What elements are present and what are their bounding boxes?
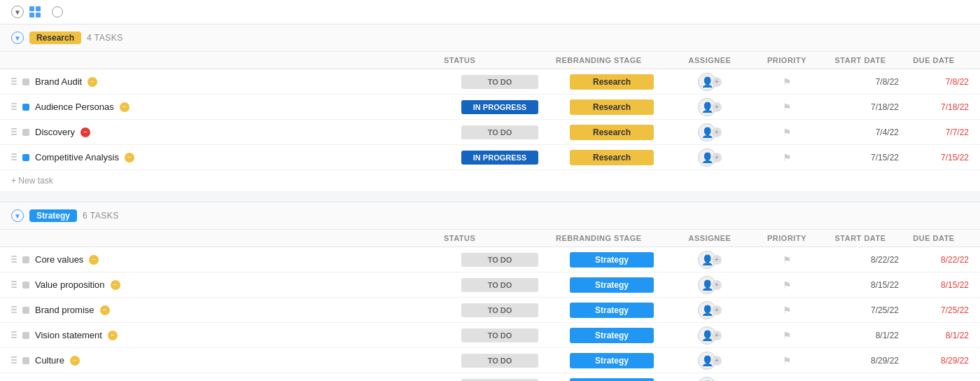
start-date-cell-strategy-1: 8/15/22 <box>822 280 899 290</box>
drag-handle-strategy-2[interactable] <box>11 306 17 314</box>
stage-badge-research-3[interactable]: Research <box>570 150 654 165</box>
task-status-icon-strategy-3[interactable]: − <box>108 331 118 340</box>
status-cell-research-3: IN PROGRESS <box>444 151 556 165</box>
priority-flag-icon[interactable]: ⚑ <box>783 102 792 113</box>
stage-cell-strategy-2: Strategy <box>556 303 668 318</box>
task-status-icon-strategy-0[interactable]: − <box>89 255 99 265</box>
add-assignee-button[interactable]: + <box>712 280 722 290</box>
drag-handle-strategy-3[interactable] <box>11 331 17 340</box>
assignee-cell-strategy-1: 👤+ <box>668 276 752 294</box>
start-date-cell-research-1: 7/18/22 <box>822 102 899 112</box>
task-name-research-3[interactable]: Competitive Analysis <box>35 152 119 162</box>
add-assignee-button[interactable]: + <box>712 127 722 137</box>
drag-handle-research-3[interactable] <box>11 153 17 162</box>
stage-badge-strategy-5[interactable]: Strategy <box>570 378 654 382</box>
drag-handle-strategy-4[interactable] <box>11 356 17 365</box>
section-count-research: 4 TASKS <box>87 33 123 43</box>
add-assignee-button[interactable]: + <box>712 255 722 265</box>
status-badge-research-0[interactable]: TO DO <box>461 75 538 89</box>
add-assignee-button[interactable]: + <box>712 153 722 162</box>
priority-cell-strategy-3: ⚑ <box>752 330 822 341</box>
new-task-row-research[interactable]: + New task <box>0 170 980 191</box>
task-color-strategy-0 <box>22 256 29 263</box>
task-status-icon-research-1[interactable]: − <box>120 102 130 112</box>
task-name-strategy-1[interactable]: Value proposition <box>35 279 105 290</box>
stage-badge-strategy-1[interactable]: Strategy <box>570 277 654 293</box>
task-name-strategy-0[interactable]: Core values <box>35 254 83 265</box>
section-badge-research: Research <box>29 32 81 44</box>
stage-badge-research-0[interactable]: Research <box>570 74 654 90</box>
priority-cell-research-1: ⚑ <box>752 102 822 113</box>
add-assignee-button[interactable]: + <box>712 356 722 366</box>
stage-badge-strategy-0[interactable]: Strategy <box>570 252 654 268</box>
add-assignee-button[interactable]: + <box>712 77 722 87</box>
assignee-cell-strategy-3: 👤+ <box>668 326 752 345</box>
info-icon[interactable] <box>52 6 63 18</box>
status-badge-strategy-1[interactable]: TO DO <box>461 278 538 292</box>
stage-cell-research-3: Research <box>556 150 668 165</box>
due-date-cell-strategy-3: 8/1/22 <box>899 331 969 340</box>
task-row-strategy-3: Vision statement−TO DOStrategy👤+⚑8/1/228… <box>0 323 980 348</box>
add-assignee-button[interactable]: + <box>712 331 722 340</box>
stage-cell-research-0: Research <box>556 74 668 90</box>
header-collapse-button[interactable]: ▼ <box>11 6 24 18</box>
status-badge-strategy-2[interactable]: TO DO <box>461 303 538 317</box>
task-row-strategy-5: Mission statement−TO DOStrategy👤+⚑8/8/22… <box>0 373 980 381</box>
task-name-research-0[interactable]: Brand Audit <box>35 76 82 87</box>
priority-flag-icon[interactable]: ⚑ <box>783 152 792 163</box>
status-badge-strategy-0[interactable]: TO DO <box>461 253 538 267</box>
status-badge-strategy-3[interactable]: TO DO <box>461 328 538 342</box>
timeline-icon <box>29 6 41 18</box>
task-name-research-2[interactable]: Discovery <box>35 127 75 137</box>
task-name-strategy-4[interactable]: Culture <box>35 355 64 366</box>
task-row-strategy-2: Brand promise−TO DOStrategy👤+⚑7/25/227/2… <box>0 298 980 323</box>
task-status-icon-strategy-1[interactable]: − <box>111 280 120 290</box>
drag-handle-research-0[interactable] <box>11 78 17 86</box>
status-badge-research-3[interactable]: IN PROGRESS <box>461 151 538 165</box>
priority-flag-icon[interactable]: ⚑ <box>783 76 792 88</box>
task-name-research-1[interactable]: Audience Personas <box>35 102 114 112</box>
status-badge-strategy-4[interactable]: TO DO <box>461 354 538 368</box>
task-status-icon-research-2[interactable]: − <box>80 127 90 137</box>
status-badge-research-2[interactable]: TO DO <box>461 125 538 139</box>
priority-flag-icon[interactable]: ⚑ <box>783 330 792 341</box>
col-headers-research: STATUSREBRANDING STAGEASSIGNEEPRIORITYST… <box>0 52 980 69</box>
user-icon: 👤 <box>701 330 713 341</box>
status-badge-research-1[interactable]: IN PROGRESS <box>461 100 538 114</box>
drag-handle-strategy-0[interactable] <box>11 256 17 264</box>
priority-flag-icon[interactable]: ⚑ <box>783 254 792 265</box>
task-name-strategy-2[interactable]: Brand promise <box>35 305 94 315</box>
sections-container: ▼Research4 TASKSSTATUSREBRANDING STAGEAS… <box>0 25 980 381</box>
section-chevron-strategy[interactable]: ▼ <box>11 209 24 222</box>
priority-cell-strategy-0: ⚑ <box>752 254 822 265</box>
priority-flag-icon[interactable]: ⚑ <box>783 305 792 316</box>
task-name-strategy-3[interactable]: Vision statement <box>35 330 102 340</box>
stage-badge-research-2[interactable]: Research <box>570 125 654 140</box>
task-status-icon-strategy-4[interactable]: − <box>70 356 80 366</box>
task-color-research-0 <box>22 78 29 85</box>
task-name-cell-strategy-1: Value proposition− <box>11 275 444 294</box>
section-chevron-research[interactable]: ▼ <box>11 32 24 44</box>
task-name-cell-strategy-5: Mission statement− <box>11 376 444 381</box>
status-badge-strategy-5[interactable]: TO DO <box>461 379 538 382</box>
priority-flag-icon[interactable]: ⚑ <box>783 279 792 291</box>
priority-flag-icon[interactable]: ⚑ <box>783 127 792 138</box>
drag-handle-research-2[interactable] <box>11 128 17 137</box>
stage-badge-strategy-3[interactable]: Strategy <box>570 328 654 343</box>
col-header-research-4: PRIORITY <box>752 56 822 64</box>
stage-badge-strategy-2[interactable]: Strategy <box>570 303 654 318</box>
drag-handle-research-1[interactable] <box>11 103 17 111</box>
add-assignee-button[interactable]: + <box>712 102 722 112</box>
add-assignee-button[interactable]: + <box>712 305 722 315</box>
task-name-cell-research-2: Discovery− <box>11 123 444 141</box>
task-name-cell-research-0: Brand Audit− <box>11 72 444 91</box>
task-status-icon-research-3[interactable]: − <box>125 153 134 162</box>
stage-badge-research-1[interactable]: Research <box>570 99 654 115</box>
task-status-icon-strategy-2[interactable]: − <box>100 305 110 315</box>
drag-handle-strategy-1[interactable] <box>11 281 17 289</box>
task-status-icon-research-0[interactable]: − <box>88 77 97 87</box>
col-header-research-0 <box>11 56 444 64</box>
stage-badge-strategy-4[interactable]: Strategy <box>570 353 654 368</box>
task-name-cell-strategy-3: Vision statement− <box>11 326 444 345</box>
priority-flag-icon[interactable]: ⚑ <box>783 355 792 366</box>
